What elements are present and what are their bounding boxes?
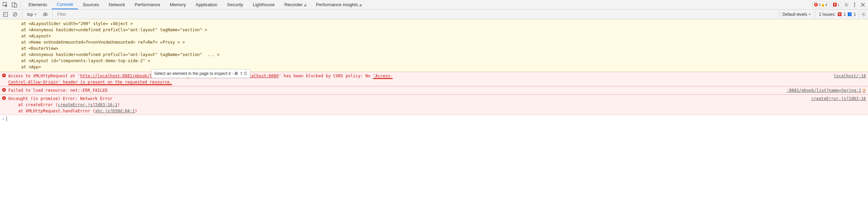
tab-console[interactable]: Console bbox=[52, 0, 78, 9]
issues-counter[interactable]: 2 Issues: ✕1 i1 bbox=[816, 11, 859, 18]
inspect-tooltip: Select an element in the page to inspect… bbox=[151, 69, 250, 78]
svg-point-6 bbox=[854, 6, 855, 7]
tab-memory[interactable]: Memory bbox=[165, 0, 191, 9]
inspect-element-icon[interactable] bbox=[1, 1, 10, 9]
console-sidebar-toggle-icon[interactable] bbox=[1, 10, 10, 19]
svg-rect-2 bbox=[14, 4, 17, 7]
toolbar-left bbox=[0, 1, 24, 9]
error-square-icon: ✕ bbox=[838, 12, 842, 16]
close-devtools-icon[interactable] bbox=[860, 2, 866, 8]
svg-point-3 bbox=[846, 4, 847, 5]
error-icon: ✕ bbox=[2, 96, 7, 114]
tab-network[interactable]: Network bbox=[104, 0, 130, 9]
console-settings-gear-icon[interactable] bbox=[860, 11, 867, 18]
issues-label: 2 Issues: bbox=[819, 12, 836, 17]
levels-label: Default levels bbox=[783, 12, 807, 17]
stack-source-link[interactable]: createError.js?2d83:16:1 bbox=[58, 102, 117, 107]
svg-point-4 bbox=[854, 2, 855, 3]
settings-gear-icon[interactable] bbox=[843, 2, 849, 8]
svg-point-11 bbox=[863, 14, 864, 15]
issues-err-count: 1 bbox=[844, 12, 846, 17]
log-levels-selector[interactable]: Default levels ▼ bbox=[779, 11, 815, 18]
error-warn-badge[interactable]: ✕3 8 bbox=[812, 2, 829, 8]
kebab-menu-icon[interactable] bbox=[852, 2, 858, 8]
error-log-failed[interactable]: ✕ Failed to load resource: net::ERR_FAIL… bbox=[0, 86, 868, 95]
tab-recorder[interactable]: Recorder◢ bbox=[279, 0, 311, 9]
warning-icon bbox=[821, 3, 825, 7]
tab-elements[interactable]: Elements bbox=[24, 0, 52, 9]
source-link[interactable]: localhost/:18 bbox=[831, 73, 866, 85]
svg-point-5 bbox=[854, 4, 855, 5]
error-count: 3 bbox=[819, 3, 821, 7]
info-square-icon: i bbox=[848, 12, 852, 16]
experimental-icon: ◢ bbox=[304, 3, 306, 7]
warning-log-entry[interactable]: at <ALayoutSider width="200" style= ▸Obj… bbox=[0, 19, 868, 72]
tab-performance[interactable]: Performance bbox=[130, 0, 165, 9]
error-log-cors[interactable]: ✕ Access to XMLHttpRequest at 'http://lo… bbox=[0, 72, 868, 86]
chevron-down-icon: ▼ bbox=[808, 13, 811, 16]
issues-info-count: 1 bbox=[854, 12, 856, 17]
error-message: Uncaught (in promise) Error: Network Err… bbox=[7, 96, 809, 114]
stack-line: at <ALayoutSider width="200" style= ▸Obj… bbox=[14, 21, 868, 27]
source-link[interactable]: :8881/ebook/list?name=Spring:1⟳ bbox=[784, 87, 866, 93]
console-prompt[interactable]: › bbox=[0, 115, 868, 123]
tab-lighthouse[interactable]: Lighthouse bbox=[248, 0, 279, 9]
issue-count: 1 bbox=[837, 3, 840, 7]
stack-line: at <Home onVnodeUnmounted=fn<onVnodeUnmo… bbox=[14, 39, 868, 45]
console-subbar: top ▼ Default levels ▼ 2 Issues: ✕1 i1 bbox=[0, 10, 868, 19]
tab-application[interactable]: Application bbox=[191, 0, 222, 9]
separator bbox=[21, 2, 21, 8]
reload-icon[interactable]: ⟳ bbox=[863, 88, 866, 93]
stack-source-link[interactable]: xhr.js?b50d:84:1 bbox=[95, 109, 135, 113]
error-icon: ✕ bbox=[814, 3, 818, 7]
error-log-uncaught[interactable]: ✕ Uncaught (in promise) Error: Network E… bbox=[0, 95, 868, 115]
devtools-tabs: Elements Console Sources Network Perform… bbox=[24, 0, 810, 9]
error-icon: ✕ bbox=[2, 88, 7, 93]
issue-badge[interactable]: ✕1 bbox=[831, 2, 841, 8]
text-cursor bbox=[7, 116, 7, 121]
context-label: top bbox=[27, 12, 33, 17]
chevron-down-icon: ▼ bbox=[34, 13, 37, 16]
error-message: Failed to load resource: net::ERR_FAILED bbox=[7, 87, 784, 93]
prompt-caret-icon: › bbox=[2, 116, 4, 122]
live-expression-icon[interactable] bbox=[41, 10, 49, 19]
source-link[interactable]: createError.js?2d83:16 bbox=[809, 96, 866, 114]
stack-line: at <RouterView> bbox=[14, 45, 868, 52]
filter-input[interactable] bbox=[55, 11, 778, 18]
devtools-toolbar: Elements Console Sources Network Perform… bbox=[0, 0, 868, 10]
tab-sources[interactable]: Sources bbox=[78, 0, 104, 9]
separator bbox=[22, 11, 22, 18]
error-message: Access to XMLHttpRequest at 'http://loca… bbox=[7, 73, 831, 85]
stack-line: at <ALayout id="components-layout-demo-t… bbox=[14, 58, 868, 64]
toolbar-right: ✕3 8 ✕1 bbox=[810, 2, 868, 8]
separator bbox=[52, 11, 53, 18]
stack-line: at <Anonymous hasSider=undefined prefixC… bbox=[14, 27, 868, 33]
clear-console-icon[interactable] bbox=[11, 10, 19, 19]
tab-security[interactable]: Security bbox=[222, 0, 248, 9]
tab-perf-insights[interactable]: Performance insights◢ bbox=[311, 0, 366, 9]
stack-line: at <Anonymous hasSider=undefined prefixC… bbox=[14, 52, 868, 58]
error-icon: ✕ bbox=[2, 74, 7, 85]
warning-count: 8 bbox=[825, 3, 827, 7]
context-selector[interactable]: top ▼ bbox=[25, 11, 40, 18]
device-toggle-icon[interactable] bbox=[10, 1, 19, 9]
svg-point-10 bbox=[45, 14, 46, 15]
console-log-area: at <ALayoutSider width="200" style= ▸Obj… bbox=[0, 19, 868, 123]
stack-line: at <App> bbox=[14, 64, 868, 70]
experimental-icon: ◢ bbox=[359, 3, 362, 7]
error-square-icon: ✕ bbox=[833, 3, 837, 7]
stack-line: at <ALayout> bbox=[14, 33, 868, 39]
